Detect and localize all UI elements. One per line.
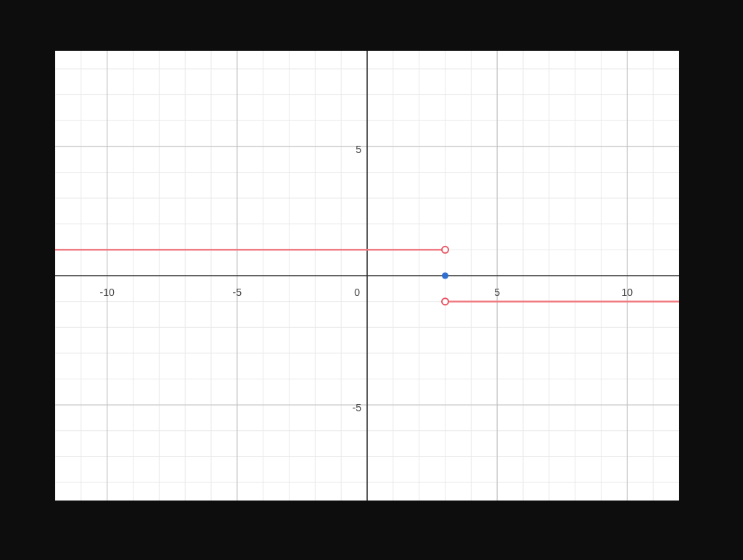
x-tick-label: -5	[233, 287, 242, 298]
plot-points	[442, 273, 448, 279]
chart-canvas[interactable]: -10-50510-55	[55, 51, 679, 501]
x-tick-label: -10	[100, 287, 115, 298]
x-tick-label: 0	[354, 287, 360, 298]
open-point	[442, 298, 448, 305]
axes	[55, 51, 679, 501]
y-tick-label: 5	[356, 144, 361, 155]
closed-point	[442, 273, 448, 279]
tick-labels: -10-50510-55	[100, 144, 633, 413]
y-tick-label: -5	[353, 402, 362, 413]
x-tick-label: 10	[622, 287, 633, 298]
x-tick-label: 5	[494, 287, 500, 298]
open-point	[442, 247, 448, 253]
